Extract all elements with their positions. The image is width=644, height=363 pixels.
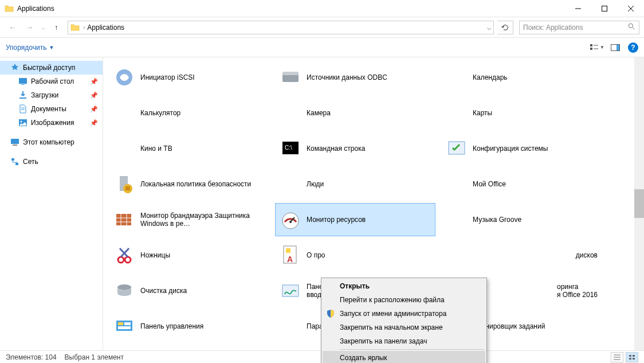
sidebar-desktop[interactable]: Рабочий стол 📌 (0, 75, 103, 88)
svg-rect-22 (15, 163, 18, 165)
app-icon (113, 315, 136, 338)
item-secpol[interactable]: Локальная политика безопасности (109, 167, 269, 201)
ctx-goto-file-location[interactable]: Перейти к расположению файла (323, 293, 485, 307)
sidebar-quick-access[interactable]: Быстрый доступ (0, 61, 103, 75)
title-bar: Applications (0, 0, 644, 17)
sidebar-item-label: Загрузки (31, 91, 58, 99)
ctx-run-as-admin[interactable]: Запуск от имени администратора (323, 307, 485, 321)
sidebar-network[interactable]: Сеть (0, 155, 103, 169)
desktop-icon (18, 77, 28, 86)
item-groove[interactable]: Музыка Groove (441, 203, 602, 236)
app-icon (445, 137, 468, 160)
item-snipping-tool[interactable]: Ножницы (109, 239, 269, 272)
item-msconfig[interactable]: Конфигурация системы (441, 132, 602, 165)
scrollbar-thumb[interactable] (634, 189, 644, 218)
ctx-separator (340, 349, 484, 350)
svg-text:A: A (287, 255, 293, 264)
item-control-panel[interactable]: Панель управления (109, 310, 269, 343)
svg-rect-25 (282, 72, 299, 75)
recent-dropdown[interactable]: ⌵ (39, 19, 47, 36)
app-icon: C:\ (279, 137, 302, 160)
organize-menu[interactable]: Упорядочить ▼ (6, 44, 54, 52)
search-box[interactable]: Поиск: Applications (519, 21, 639, 34)
item-about[interactable]: AО про (275, 239, 435, 272)
item-camera[interactable]: Камера (275, 96, 435, 130)
breadcrumb[interactable]: Applications (85, 24, 127, 32)
sidebar-item-label: Рабочий стол (31, 77, 74, 85)
svg-rect-50 (118, 322, 123, 325)
help-button[interactable]: ? (628, 42, 638, 53)
back-button[interactable]: ← (5, 19, 21, 36)
item-calendar[interactable]: Календарь (441, 61, 602, 94)
refresh-button[interactable] (497, 21, 513, 34)
folder-icon (5, 4, 14, 13)
pin-icon: 📌 (90, 78, 98, 85)
svg-rect-52 (118, 326, 131, 329)
network-icon (10, 157, 19, 166)
status-count: Элементов: 104 (6, 353, 57, 361)
sidebar-documents[interactable]: Документы 📌 (0, 102, 103, 116)
window-title: Applications (17, 5, 565, 13)
svg-rect-12 (19, 78, 27, 84)
item-movies-tv[interactable]: Кино и ТВ (109, 132, 269, 165)
up-button[interactable]: ↑ (48, 19, 64, 36)
item-odbc[interactable]: Источники данных ODBC (275, 61, 435, 94)
item-calculator[interactable]: Калькулятор (109, 96, 269, 130)
sidebar-item-label: Изображения (31, 119, 74, 127)
sidebar-this-pc[interactable]: Этот компьютер (0, 135, 103, 149)
item-resource-monitor[interactable]: Монитор ресурсов (275, 203, 435, 236)
svg-rect-62 (633, 355, 635, 357)
app-icon (113, 244, 136, 267)
app-icon (279, 173, 302, 196)
item-disk-cleanup[interactable]: Очистка диска (109, 274, 269, 307)
ctx-open[interactable]: Открыть (323, 279, 485, 293)
details-view-button[interactable] (611, 352, 623, 362)
close-button[interactable] (618, 0, 644, 17)
status-selection: Выбран 1 элемент (65, 353, 124, 361)
svg-point-18 (21, 121, 22, 123)
preview-pane-button[interactable] (607, 41, 623, 54)
view-options-button[interactable]: ▼ (589, 41, 605, 54)
pc-icon (10, 138, 19, 147)
svg-rect-13 (21, 84, 25, 85)
item-firewall-monitor[interactable]: Монитор брандмауэра Защитника Windows в … (109, 203, 269, 236)
item-cmd[interactable]: C:\Командная строка (275, 132, 435, 165)
app-icon (279, 279, 302, 302)
pin-icon: 📌 (90, 119, 98, 127)
app-icon: A (279, 244, 302, 267)
large-icons-view-button[interactable] (626, 352, 638, 362)
search-placeholder: Поиск: Applications (523, 24, 628, 32)
svg-point-41 (125, 257, 131, 263)
address-dropdown-icon[interactable]: ⌵ (487, 24, 491, 32)
maximize-button[interactable] (591, 0, 618, 17)
ctx-pin-taskbar[interactable]: Закрепить на панели задач (323, 334, 485, 348)
sidebar-downloads[interactable]: Загрузки 📌 (0, 88, 103, 102)
ctx-pin-start[interactable]: Закрепить на начальном экране (323, 321, 485, 334)
documents-icon (18, 104, 28, 114)
svg-rect-19 (11, 139, 19, 144)
sidebar-pictures[interactable]: Изображения 📌 (0, 116, 103, 130)
svg-rect-51 (124, 322, 131, 325)
address-bar[interactable]: › Applications ⌵ (68, 21, 494, 34)
item-people[interactable]: Люди (275, 167, 435, 201)
pin-icon: 📌 (90, 106, 98, 113)
minimize-button[interactable] (565, 0, 591, 17)
app-icon (445, 66, 468, 89)
sidebar-item-label: Документы (31, 105, 66, 113)
svg-point-4 (629, 24, 633, 28)
svg-rect-32 (116, 214, 131, 225)
pin-icon: 📌 (90, 92, 98, 99)
svg-rect-64 (633, 358, 635, 360)
svg-rect-7 (590, 48, 592, 50)
item-weather[interactable]: Погода (109, 345, 269, 350)
item-defrag[interactable]: дисков (441, 239, 602, 272)
item-myoffice[interactable]: Мой Office (441, 167, 602, 201)
svg-rect-11 (616, 45, 619, 50)
item-iscsi[interactable]: Инициатор iSCSI (109, 61, 269, 94)
ctx-create-shortcut[interactable]: Создать ярлык (323, 351, 485, 363)
vertical-scrollbar[interactable] (634, 57, 644, 350)
app-icon (445, 102, 468, 124)
sidebar-item-label: Быстрый доступ (23, 64, 75, 72)
item-maps[interactable]: Карты (441, 96, 602, 130)
forward-button[interactable]: → (22, 19, 38, 36)
